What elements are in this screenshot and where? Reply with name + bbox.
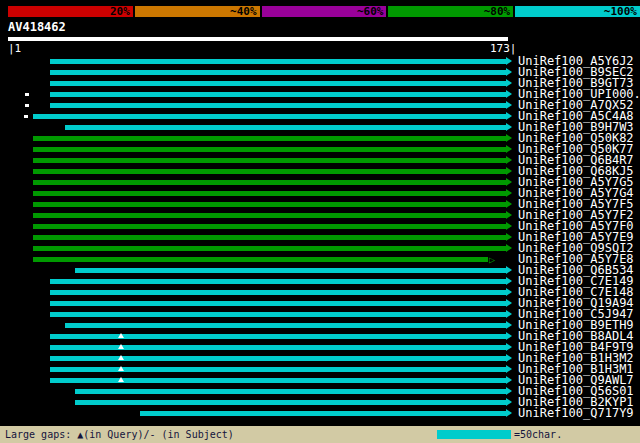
query-gap-marker — [118, 333, 124, 338]
alignment-bar[interactable] — [75, 389, 506, 394]
alignment-row: UniRef100_Q717Y9 — [0, 408, 640, 419]
alignment-bar[interactable] — [33, 235, 506, 240]
status-bar: Large gaps: ▲(in Query)/- (in Subject) =… — [0, 426, 640, 443]
alignment-bar-arrow[interactable] — [506, 277, 512, 285]
blast-graphic-overview: 20%~40%~60%~80%~100% AV418462 |1 173| Un… — [0, 0, 640, 443]
alignment-bar[interactable] — [33, 114, 506, 119]
identity-key-label: ~80% — [484, 6, 514, 17]
alignment-bar-arrow[interactable] — [506, 332, 512, 340]
alignment-bar-arrow[interactable] — [506, 90, 512, 98]
alignment-bar-arrow[interactable] — [506, 79, 512, 87]
alignment-bar-arrow[interactable] — [506, 189, 512, 197]
alignment-bar-arrow[interactable] — [506, 233, 512, 241]
subject-label[interactable]: UniRef100_Q717Y9 — [518, 408, 634, 419]
alignment-bar-arrow[interactable] — [506, 299, 512, 307]
large-gaps-legend: Large gaps: ▲(in Query)/- (in Subject) — [5, 429, 234, 440]
alignment-bar-arrow[interactable] — [506, 310, 512, 318]
alignment-bar-arrow[interactable] — [506, 200, 512, 208]
alignment-bar[interactable] — [50, 279, 506, 284]
query-gap-marker — [118, 366, 124, 371]
scale-start-label: |1 — [8, 43, 21, 54]
alignment-bar[interactable] — [50, 103, 506, 108]
query-name: AV418462 — [8, 21, 66, 33]
alignment-bar-arrow[interactable] — [506, 321, 512, 329]
alignment-bar[interactable] — [65, 125, 506, 130]
alignment-bar-arrow[interactable] — [506, 376, 512, 384]
alignment-bar[interactable] — [33, 224, 506, 229]
alignment-bar[interactable] — [33, 147, 506, 152]
identity-key-segment: ~100% — [515, 6, 640, 17]
alignment-bar[interactable] — [50, 290, 506, 295]
alignment-bar-arrow[interactable] — [506, 222, 512, 230]
alignment-bar-arrow[interactable] — [506, 57, 512, 65]
alignment-bar-arrow[interactable] — [506, 354, 512, 362]
alignment-bar[interactable] — [50, 312, 506, 317]
alignment-bar[interactable] — [75, 400, 506, 405]
alignment-bar-arrow[interactable] — [506, 123, 512, 131]
alignment-bar[interactable] — [50, 59, 506, 64]
identity-key-label: ~60% — [357, 6, 387, 17]
alignment-bar[interactable] — [50, 92, 506, 97]
query-gap-marker — [118, 355, 124, 360]
identity-key-label: 20% — [110, 6, 133, 17]
alignment-bar-arrow[interactable] — [506, 145, 512, 153]
alignment-bar[interactable] — [33, 202, 506, 207]
subject-gap-marker — [25, 104, 29, 107]
alignment-bar[interactable] — [33, 213, 506, 218]
alignment-bar-arrow[interactable] — [506, 365, 512, 373]
identity-key-segment: ~80% — [388, 6, 513, 17]
alignment-bar[interactable] — [50, 70, 506, 75]
scale-sample-box — [437, 430, 511, 439]
identity-key-segment: 20% — [8, 6, 133, 17]
alignment-bar-arrow[interactable] — [506, 211, 512, 219]
open-arrow-icon: ▷ — [489, 254, 495, 265]
alignment-bar-arrow[interactable] — [506, 134, 512, 142]
alignment-bar[interactable] — [65, 323, 506, 328]
alignment-bar-arrow[interactable] — [506, 409, 512, 417]
alignment-bar-arrow[interactable] — [506, 101, 512, 109]
alignment-bar[interactable] — [50, 301, 506, 306]
alignment-rows: UniRef100_A5Y6J2UniRef100_B9SEC2UniRef10… — [0, 56, 640, 419]
alignment-bar-arrow[interactable] — [506, 167, 512, 175]
alignment-bar-arrow[interactable] — [506, 112, 512, 120]
alignment-bar-arrow[interactable] — [506, 156, 512, 164]
identity-key-segment: ~40% — [135, 6, 260, 17]
alignment-bar[interactable] — [50, 81, 506, 86]
alignment-bar[interactable] — [33, 169, 506, 174]
identity-color-key: 20%~40%~60%~80%~100% — [8, 6, 640, 17]
subject-gap-marker — [24, 115, 28, 118]
alignment-bar[interactable] — [33, 257, 488, 262]
alignment-bar[interactable] — [140, 411, 506, 416]
alignment-bar[interactable] — [33, 191, 506, 196]
alignment-bar-arrow[interactable] — [506, 68, 512, 76]
alignment-bar-arrow[interactable] — [506, 266, 512, 274]
scale-sample-label: =50char. — [514, 429, 562, 440]
query-gap-marker — [118, 377, 124, 382]
identity-key-label: ~40% — [230, 6, 260, 17]
alignment-bar-arrow[interactable] — [506, 288, 512, 296]
identity-key-segment: ~60% — [262, 6, 387, 17]
alignment-bar[interactable] — [75, 268, 506, 273]
identity-key-label: ~100% — [604, 6, 640, 17]
alignment-bar[interactable] — [33, 180, 506, 185]
alignment-bar-arrow[interactable] — [506, 178, 512, 186]
alignment-bar[interactable] — [33, 158, 506, 163]
scale-end-label: 173| — [490, 43, 517, 54]
query-bar — [8, 37, 508, 41]
alignment-bar[interactable] — [33, 136, 506, 141]
alignment-bar-arrow[interactable] — [506, 387, 512, 395]
subject-gap-marker — [25, 93, 29, 96]
query-gap-marker — [118, 344, 124, 349]
alignment-bar-arrow[interactable] — [506, 244, 512, 252]
alignment-bar-arrow[interactable] — [506, 343, 512, 351]
alignment-bar[interactable] — [33, 246, 506, 251]
alignment-bar-arrow[interactable] — [506, 398, 512, 406]
